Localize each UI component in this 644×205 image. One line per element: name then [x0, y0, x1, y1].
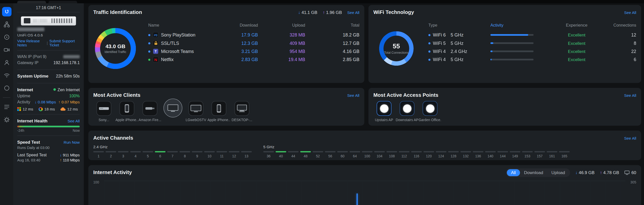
channel-bar [167, 151, 178, 152]
channel-116[interactable]: 116 [411, 151, 422, 158]
channel-9[interactable]: 9 [192, 151, 203, 158]
client-tile[interactable]: DESKTOP-... [231, 101, 252, 122]
clients-see-all-link[interactable]: See All [347, 93, 359, 98]
channel-number: 104 [377, 154, 382, 158]
channel-48[interactable]: 48 [300, 151, 311, 158]
client-tile[interactable]: Amazon Fire... [139, 101, 160, 122]
channel-2[interactable]: 2 [105, 151, 116, 158]
channel-10[interactable]: 10 [204, 151, 215, 158]
channel-44[interactable]: 44 [288, 151, 299, 158]
channel-153[interactable]: 153 [522, 151, 533, 158]
traffic-donut-chart[interactable]: 43.0 GB Identified Traffic [95, 28, 136, 69]
client-tile[interactable]: Sony... [93, 101, 115, 122]
channel-100[interactable]: 100 [362, 151, 373, 158]
browser-tab[interactable] [48, 1, 77, 3]
browser-tab[interactable] [17, 1, 46, 3]
traffic-row[interactable]: T Microsoft Teams 3.21 GB 954 MB 4.16 GB [148, 47, 359, 55]
wifi-row[interactable]: WiFi 6 5 GHz Excellent 12 [428, 31, 636, 39]
channels-see-all-link[interactable]: See All [624, 136, 636, 140]
col-activity[interactable]: Activity [490, 23, 552, 27]
wifi-donut-chart[interactable]: 55 Total Connections [379, 31, 414, 66]
channel-157[interactable]: 157 [534, 151, 545, 158]
channel-13[interactable]: 13 [241, 151, 252, 158]
release-notes-link[interactable]: View Release Notes [17, 39, 45, 47]
col-download[interactable]: Download [219, 23, 258, 27]
channel-1[interactable]: 1 [93, 151, 104, 158]
channel-4[interactable]: 4 [130, 151, 141, 158]
channel-149[interactable]: 149 [510, 151, 520, 158]
channel-144[interactable]: 144 [498, 151, 508, 158]
internet-health-see-all-link[interactable]: See All [67, 119, 80, 123]
channel-56[interactable]: 56 [325, 151, 336, 158]
chart-plot-area [104, 181, 625, 205]
channel-3[interactable]: 3 [118, 151, 128, 158]
wifi-row[interactable]: WiFi 5 5 GHz Excellent 8 [428, 39, 636, 47]
channel-60[interactable]: 60 [337, 151, 348, 158]
insights-icon[interactable] [2, 83, 11, 93]
channel-number: 56 [328, 154, 332, 158]
unifi-network-app-icon[interactable] [2, 7, 11, 16]
wifi-band: 5 GHz [451, 32, 464, 37]
access-point-label: Downstairs AP [396, 118, 418, 122]
traffic-row[interactable]: SSL/TLS 12.3 GB 409 MB 12.7 GB [148, 39, 359, 47]
wifi-row[interactable]: WiFi 4 2.4 GHz Excellent 22 [428, 47, 636, 55]
col-type[interactable]: Type [428, 23, 490, 27]
traffic-row[interactable]: N Netflix 2.83 GB 19.4 MB 2.85 GB [148, 55, 359, 64]
cameras-icon[interactable] [2, 45, 11, 55]
col-experience[interactable]: Experience [552, 23, 601, 27]
client-tile[interactable]: LGwebOSTV [185, 101, 207, 122]
wifi-row[interactable]: WiFi 4 5 GHz Excellent 6 [428, 55, 636, 64]
support-ticket-link[interactable]: Submit Support Ticket [49, 39, 80, 47]
current-time: 17:16 GMT+1 [36, 5, 61, 10]
channel-6[interactable]: 6 [155, 151, 165, 158]
run-speed-test-link[interactable]: Run Now [64, 140, 80, 144]
wifi-icon[interactable] [2, 70, 11, 80]
access-point-tile[interactable]: Upstairs AP [373, 101, 395, 122]
channel-132[interactable]: 132 [461, 151, 471, 158]
experience-value: Excellent [552, 41, 601, 45]
col-name[interactable]: Name [148, 23, 219, 27]
client-tile[interactable] [162, 101, 183, 122]
filter-download[interactable]: Download [520, 169, 547, 176]
channel-11[interactable]: 11 [216, 151, 227, 158]
wifi-see-all-link[interactable]: See All [624, 10, 636, 15]
channel-52[interactable]: 52 [312, 151, 323, 158]
channel-8[interactable]: 8 [179, 151, 190, 158]
col-total[interactable]: Total [305, 23, 359, 27]
channel-136[interactable]: 136 [473, 151, 483, 158]
channel-5[interactable]: 5 [142, 151, 153, 158]
channel-161[interactable]: 161 [547, 151, 557, 158]
channel-36[interactable]: 36 [263, 151, 274, 158]
internet-activity-chart[interactable]: 100 305 [93, 181, 636, 205]
access-point-tile[interactable]: Garden Office... [419, 101, 441, 122]
channel-12[interactable]: 12 [229, 151, 240, 158]
filter-upload[interactable]: Upload [547, 169, 569, 176]
aps-see-all-link[interactable]: See All [624, 93, 636, 98]
channel-40[interactable]: 40 [275, 151, 286, 158]
channel-104[interactable]: 104 [374, 151, 385, 158]
channel-112[interactable]: 112 [399, 151, 410, 158]
channel-120[interactable]: 120 [424, 151, 434, 158]
settings-gear-icon[interactable] [2, 115, 11, 124]
radios-icon[interactable] [2, 32, 11, 42]
app-window: 17:16 GMT+1 UniFi OS 4.0.6 View Release … [0, 0, 644, 205]
ports-icon[interactable] [2, 19, 11, 29]
channel-140[interactable]: 140 [485, 151, 496, 158]
device-section: UniFi OS 4.0.6 View Release Notes | Subm… [17, 12, 80, 51]
channel-7[interactable]: 7 [167, 151, 178, 158]
clients-icon[interactable] [2, 58, 11, 67]
traffic-row[interactable]: PS Sony PlayStation 17.9 GB 328 MB 18.2 … [148, 31, 359, 39]
filter-all[interactable]: All [507, 169, 520, 176]
channel-124[interactable]: 124 [436, 151, 446, 158]
system-log-icon[interactable] [2, 102, 11, 112]
client-tile[interactable]: Apple iPhone... [208, 101, 230, 122]
traffic-see-all-link[interactable]: See All [347, 10, 359, 15]
client-tile[interactable]: Apple iPhone... [116, 101, 138, 122]
channel-128[interactable]: 128 [448, 151, 459, 158]
col-upload[interactable]: Upload [258, 23, 305, 27]
col-connections[interactable]: Connections [601, 23, 636, 27]
access-point-tile[interactable]: Downstairs AP [396, 101, 418, 122]
channel-165[interactable]: 165 [559, 151, 570, 158]
channel-108[interactable]: 108 [387, 151, 397, 158]
channel-64[interactable]: 64 [349, 151, 360, 158]
